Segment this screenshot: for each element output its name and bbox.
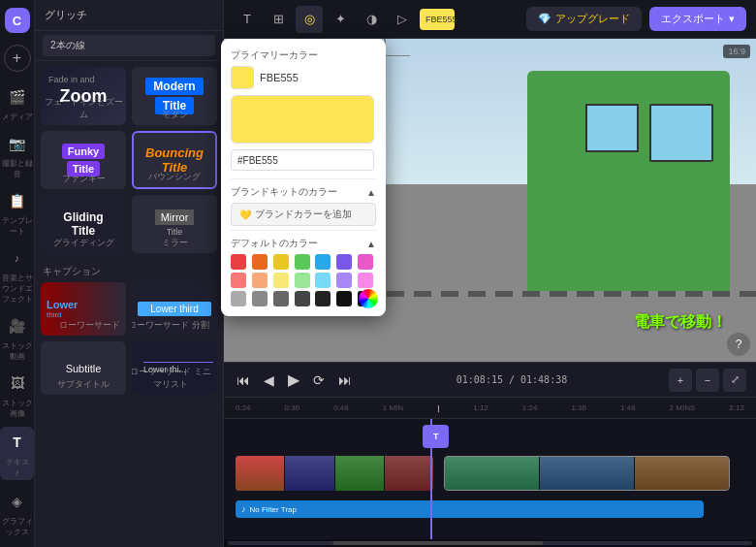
video-overlay-text: 電車で移動！ xyxy=(634,312,727,333)
color-light-purple[interactable] xyxy=(336,273,352,288)
video-track xyxy=(224,456,756,495)
sidebar-item-template[interactable]: 📋 テンプレート xyxy=(0,187,34,237)
time-display: 01:08:15 / 01:48:38 xyxy=(362,374,661,385)
top-toolbar: T ⊞ ◎ ✦ ◑ ▷ FBE555 💎 アップグレード エクスポート ▾ xyxy=(224,0,756,39)
skip-back-button[interactable]: ⏮ xyxy=(234,370,253,391)
color-yellow[interactable] xyxy=(273,254,289,270)
scrollbar-track xyxy=(228,541,752,545)
video-clip-1[interactable] xyxy=(236,456,433,491)
step-back-button[interactable]: ◀ xyxy=(261,370,277,391)
text-track: T xyxy=(224,425,756,452)
sidebar-item-text[interactable]: T テキスト xyxy=(0,427,34,480)
color-pink[interactable] xyxy=(358,254,373,270)
color-light-blue[interactable] xyxy=(315,273,331,288)
playhead[interactable] xyxy=(430,419,432,539)
effect-card-funky[interactable]: Funky Title ファンキー xyxy=(41,131,126,189)
timeline-ruler: 0:24 0:36 0:48 1 MIN | 1:12 1:24 1:36 1:… xyxy=(224,398,756,419)
toolbar-text-btn[interactable]: T xyxy=(234,6,261,33)
color-light-pink[interactable] xyxy=(358,273,373,288)
sidebar-item-media[interactable]: 🎬 メディア xyxy=(2,83,33,122)
add-brand-color-button[interactable]: 💛 ブランドカラーを追加 xyxy=(231,203,376,226)
color-red[interactable] xyxy=(231,254,246,270)
sidebar-item-stock-video[interactable]: 🎥 ストック動画 xyxy=(0,312,34,362)
text-clip[interactable]: T xyxy=(423,425,449,448)
thumb-seg-3 xyxy=(335,456,385,491)
color-light-yellow[interactable] xyxy=(273,273,289,288)
color-gray6[interactable] xyxy=(336,291,352,306)
color-orange[interactable] xyxy=(252,254,268,270)
upgrade-button[interactable]: 💎 アップグレード xyxy=(526,7,642,31)
effect-card-mirror[interactable]: Mirror Title ミラー xyxy=(132,195,217,253)
sidebar-item-capture[interactable]: 📷 撮影と録音 xyxy=(0,130,34,179)
loop-button[interactable]: ⟳ xyxy=(310,370,328,391)
help-button[interactable]: ? xyxy=(727,333,750,356)
playback-right-controls: + − ⤢ xyxy=(669,369,746,392)
text-track-content: T xyxy=(236,425,756,452)
playback-bar: ⏮ ◀ ▶ ⟳ ⏭ 01:08:15 / 01:48:38 + − ⤢ xyxy=(224,362,756,397)
primary-color-value: FBE555 xyxy=(260,72,299,83)
remove-track-button[interactable]: − xyxy=(696,369,719,392)
effect-card-bouncing[interactable]: Bouncing Title バウンシング xyxy=(132,131,217,189)
color-gray1[interactable] xyxy=(231,291,246,306)
video-clip-2[interactable] xyxy=(444,456,730,491)
color-gray5[interactable] xyxy=(315,291,331,306)
sidebar-item-stock-image[interactable]: 🖼 ストック画像 xyxy=(0,370,34,419)
effect-card-gliding[interactable]: GlidingTitle グライディング xyxy=(41,195,126,253)
thumb-seg-7 xyxy=(635,457,729,490)
toolbar-play-btn[interactable]: ▷ xyxy=(389,6,416,33)
toolbar-effect-btn[interactable]: ✦ xyxy=(327,6,354,33)
color-light-red[interactable] xyxy=(231,273,246,288)
color-palette-icon[interactable] xyxy=(359,289,378,308)
toolbar-contrast-btn[interactable]: ◑ xyxy=(358,6,385,33)
diamond-icon: 💎 xyxy=(538,13,551,25)
zoom-button[interactable]: ⤢ xyxy=(723,369,746,392)
color-swatch-display[interactable]: FBE555 xyxy=(420,9,455,30)
music-icon: ♪ xyxy=(241,504,246,514)
export-button[interactable]: エクスポート ▾ xyxy=(649,7,746,31)
play-button[interactable]: ▶ xyxy=(285,368,302,392)
skip-forward-button[interactable]: ⏭ xyxy=(335,370,355,391)
color-light-green[interactable] xyxy=(295,273,310,288)
caption-card-lower-third-split[interactable]: Lower third ローワーサード 分割 xyxy=(132,282,217,336)
primary-color-label: プライマリーカラー xyxy=(231,48,376,62)
effect-card-fade-zoom[interactable]: Fade in and Zoom フェードインとズーム xyxy=(41,67,126,125)
effect-card-modern[interactable]: Modern Title モダン xyxy=(132,67,217,125)
toolbar-color-btn[interactable]: ◎ xyxy=(296,6,323,33)
chevron-up-icon2: ▲ xyxy=(366,239,376,249)
sidebar-item-sound[interactable]: ♪ 音楽とサウンドエフェクト xyxy=(0,244,34,305)
toolbar-grid-btn[interactable]: ⊞ xyxy=(265,6,292,33)
thumb-seg-6 xyxy=(540,457,635,490)
chevron-down-icon: ▾ xyxy=(729,13,735,25)
audio-clip[interactable]: ♪ No Filter Trap xyxy=(236,500,704,518)
color-light-orange[interactable] xyxy=(252,273,268,288)
timeline-tracks: T xyxy=(224,419,756,539)
video-track-content xyxy=(236,456,756,495)
timeline-scrollbar[interactable] xyxy=(224,539,756,547)
sidebar-item-logo[interactable]: C xyxy=(5,8,30,33)
color-blue[interactable] xyxy=(315,254,331,270)
color-gray2[interactable] xyxy=(252,291,268,306)
caption-grid: Lower third ローワーサード Lower third ローワーサード … xyxy=(41,282,217,395)
thumb-seg-1 xyxy=(236,456,285,491)
ruler-timestamps: 0:24 0:36 0:48 1 MIN | 1:12 1:24 1:36 1:… xyxy=(232,403,748,412)
caption-card-lower-third[interactable]: Lower third ローワーサード xyxy=(41,282,126,336)
thumb-seg-4 xyxy=(385,456,433,491)
color-gray4[interactable] xyxy=(295,291,310,306)
caption-section-header: キャプション xyxy=(41,261,217,282)
add-track-button[interactable]: + xyxy=(669,369,692,392)
primary-color-swatch[interactable] xyxy=(231,66,254,89)
hex-input[interactable]: #FBE555 xyxy=(231,149,374,171)
thumb-seg-5 xyxy=(445,457,540,490)
color-gray3[interactable] xyxy=(273,291,289,306)
color-green[interactable] xyxy=(295,254,310,270)
panel-tab-2lines[interactable]: 2本の線 xyxy=(43,35,215,56)
diamond-icon-small: 💛 xyxy=(239,209,251,220)
caption-card-subtitle[interactable]: Subtitle サブタイトル xyxy=(41,341,126,395)
scrollbar-thumb[interactable] xyxy=(332,541,542,545)
sidebar-item-graphics[interactable]: ◈ グラフィックス xyxy=(0,488,34,537)
large-color-preview[interactable] xyxy=(231,95,374,144)
caption-card-lower-third-minimal[interactable]: Lower thi... ローワーサード ミニマリスト xyxy=(132,341,217,395)
sidebar-item-add[interactable]: + xyxy=(4,45,31,72)
color-purple[interactable] xyxy=(336,254,352,270)
default-colors-section: デフォルトのカラー ▲ xyxy=(231,230,376,306)
